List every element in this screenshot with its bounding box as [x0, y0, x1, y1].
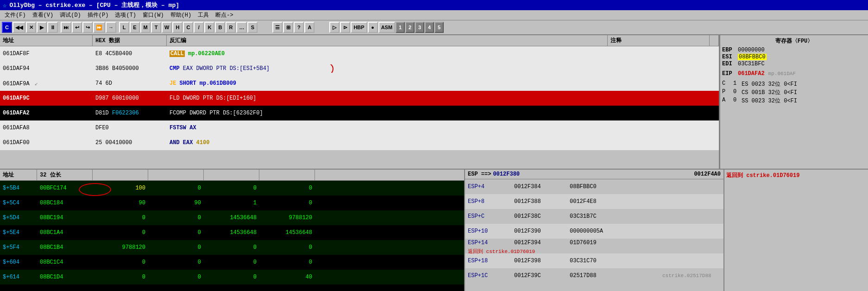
table-row[interactable]: 061DAF8F E8 4C5B0400 CALL mp.06220AE0	[0, 46, 719, 61]
menu-plugins[interactable]: 插件(P)	[85, 11, 112, 19]
menu-debug[interactable]: 调试(D)	[57, 11, 84, 19]
toolbar-slash-btn[interactable]: /	[194, 22, 204, 33]
toolbar-help-btn[interactable]: ?	[294, 22, 304, 33]
stack2-val: 03C31B7C	[567, 212, 660, 221]
toolbar-T-btn[interactable]: T	[151, 22, 161, 33]
menu-help[interactable]: 帮助(H)	[168, 11, 195, 19]
mem6-v2: 0	[148, 273, 204, 281]
toolbar-list-btn[interactable]: ☰	[272, 22, 283, 33]
list-item[interactable]: ESP+10 0012F390 000000005A	[465, 224, 723, 239]
je-keyword: JE	[170, 80, 176, 87]
list-item[interactable]: ESP+8 0012F388 0012F4E8	[465, 194, 723, 209]
list-item[interactable]: ESP+4 0012F384 08BFBBC0	[465, 179, 723, 194]
stack3-addr: 0012F390	[511, 227, 567, 235]
menu-view[interactable]: 查看(V)	[30, 11, 57, 19]
toolbar-1-btn[interactable]: 1	[396, 22, 405, 33]
toolbar-step-btn1[interactable]: ⏭	[61, 22, 71, 33]
toolbar-grid-btn[interactable]: ⊞	[283, 22, 293, 33]
toolbar-play-btn[interactable]: ▶	[37, 22, 47, 33]
toolbar-step-btn2[interactable]: ↩	[72, 22, 82, 33]
row5-addr: 061DAFA8	[0, 124, 93, 132]
list-item[interactable]: $+5D4 08BC194 0 0 14536648 9788120	[0, 210, 464, 225]
toolbar-2-btn[interactable]: 2	[405, 22, 415, 33]
scroll-header	[710, 35, 719, 46]
list-item[interactable]: ESP+C 0012F38C 03C31B7C	[465, 209, 723, 224]
toolbar-arrow-btn[interactable]: →	[106, 22, 116, 33]
toolbar-step-btn4[interactable]: ⏩	[93, 22, 105, 33]
toolbar-M-btn[interactable]: M	[140, 22, 151, 33]
cmp-keyword: CMP	[170, 65, 180, 72]
toolbar-close-btn[interactable]: ✕	[26, 22, 36, 33]
reg-edi-name: EDI	[722, 61, 736, 67]
list-item[interactable]: ESP+14 0012F394 01D76019 返回到 cstrike.01D…	[465, 239, 723, 253]
list-item[interactable]: $+5B4 00BFC174 100 0 0 0	[0, 181, 464, 196]
mem0-v4: 0	[259, 184, 315, 192]
mem3-v1: 0	[93, 228, 148, 237]
comment-header: 注释	[608, 35, 710, 46]
flag-a-name: A	[722, 97, 731, 105]
toolbar-4-btn[interactable]: 4	[425, 22, 434, 33]
table-row[interactable]: 061DAF00 25 00410000 AND EAX 4100	[0, 135, 719, 150]
mem-col5-header	[204, 170, 259, 180]
toolbar-ASM-btn[interactable]: ASM	[378, 22, 395, 33]
toolbar-dots-btn[interactable]: …	[236, 22, 247, 33]
menu-breakpoints[interactable]: 断点->	[213, 11, 236, 19]
list-item[interactable]: $+604 08BC1C4 0 0 0 0	[0, 255, 464, 270]
flag-p-row: P 0 CS 001B 32位 0<FI	[722, 89, 866, 96]
bottom-layout: 地址 32 位长 $+5B4 00BFC174 100 0	[0, 170, 868, 291]
menu-tools[interactable]: 工具	[195, 11, 212, 19]
toolbar-arrow2-btn[interactable]: ▷	[329, 22, 340, 33]
stack2-addr: 0012F38C	[511, 212, 567, 221]
toolbar-pause-btn[interactable]: ⏸	[47, 22, 58, 33]
toolbar-arrow3-btn[interactable]: ⊳	[340, 22, 350, 33]
mem0-addr2: 00BFC174	[37, 184, 93, 192]
toolbar-H-btn[interactable]: H	[172, 22, 182, 33]
toolbar-E-btn[interactable]: E	[130, 22, 140, 33]
toolbar-rewind-btn[interactable]: ◀◀	[13, 22, 25, 33]
table-row[interactable]: 061DAFA8 DFE0 FSTSW AX	[0, 120, 719, 135]
row0-addr: 061DAF8F	[0, 50, 93, 58]
list-item[interactable]: $+5C4 08BC184 90 90 1 0	[0, 196, 464, 210]
toolbar-R-btn[interactable]: R	[226, 22, 236, 33]
toolbar-circle-btn[interactable]: ●	[368, 22, 378, 33]
toolbar-B-btn[interactable]: B	[215, 22, 225, 33]
toolbar-C-btn[interactable]: C	[183, 22, 193, 33]
toolbar-3-btn[interactable]: 3	[415, 22, 424, 33]
toolbar-A-btn[interactable]: A	[304, 22, 314, 33]
table-row[interactable]: 061DAF9A ↙ 74 6D JE SHORT mp.061DB009	[0, 76, 719, 91]
flag-a-reg: SS 0023 32位 0<FI	[742, 97, 797, 105]
list-item[interactable]: $+5F4 08BC1B4 9788120 0 0 0	[0, 240, 464, 255]
table-row[interactable]: 061DAFA2 D81D F0622306 FCOMP DWORD PTR D…	[0, 106, 719, 120]
menu-options[interactable]: 选项(T)	[112, 11, 139, 19]
stack6-val: 02517D88	[567, 272, 660, 280]
reg-eip-name: EIP	[722, 70, 736, 77]
row2-instr: JE SHORT mp.061DB009	[167, 79, 608, 88]
table-row[interactable]: 061DAF9C D987 60010000 FLD DWORD PTR DS:…	[0, 91, 719, 106]
row3-hex: D987 60010000	[93, 94, 167, 102]
mem3-v4: 14536648	[259, 228, 315, 237]
list-item[interactable]: ESP+1C 0012F39C 02517D88 cstrike.02517D8…	[465, 268, 723, 283]
stack-col2: 0012F4A0	[694, 171, 721, 177]
mem4-v3: 0	[204, 243, 259, 252]
toolbar-W-btn[interactable]: W	[162, 22, 172, 33]
menu-file[interactable]: 文件(F)	[2, 11, 29, 19]
menu-window[interactable]: 窗口(W)	[140, 11, 167, 19]
mem0-v3: 0	[204, 184, 259, 192]
toolbar-L-btn[interactable]: L	[119, 22, 129, 33]
row4-addr: 061DAFA2	[0, 109, 93, 117]
mem-col3-header	[93, 170, 148, 180]
flag-c-row: C 1 ES 0023 32位 0<FI	[722, 80, 866, 88]
table-row[interactable]: 061DAF94 3B86 B4050000 CMP EAX DWORD PTR…	[0, 61, 719, 76]
reg-esi-row: ESI 08BFBBC0	[722, 54, 866, 60]
stack-panel: ESP ==> 0012F380 0012F4A0 ESP+4 0012F384…	[465, 170, 724, 291]
toolbar-HBP-btn[interactable]: HBP	[351, 22, 367, 33]
toolbar-K-btn[interactable]: K	[204, 22, 214, 33]
toolbar-step-btn3[interactable]: ↪	[82, 22, 93, 33]
row6-hex: 25 00410000	[93, 139, 167, 147]
toolbar-c-btn[interactable]: C	[2, 22, 12, 33]
list-item[interactable]: $+5E4 08BC1A4 0 0 14536648 14536648	[0, 225, 464, 240]
row0-hex: E8 4C5B0400	[93, 50, 167, 58]
list-item[interactable]: $+614 08BC1D4 0 0 0 40	[0, 270, 464, 285]
toolbar-S-btn[interactable]: S	[247, 22, 258, 33]
toolbar-5-btn[interactable]: 5	[434, 22, 444, 33]
